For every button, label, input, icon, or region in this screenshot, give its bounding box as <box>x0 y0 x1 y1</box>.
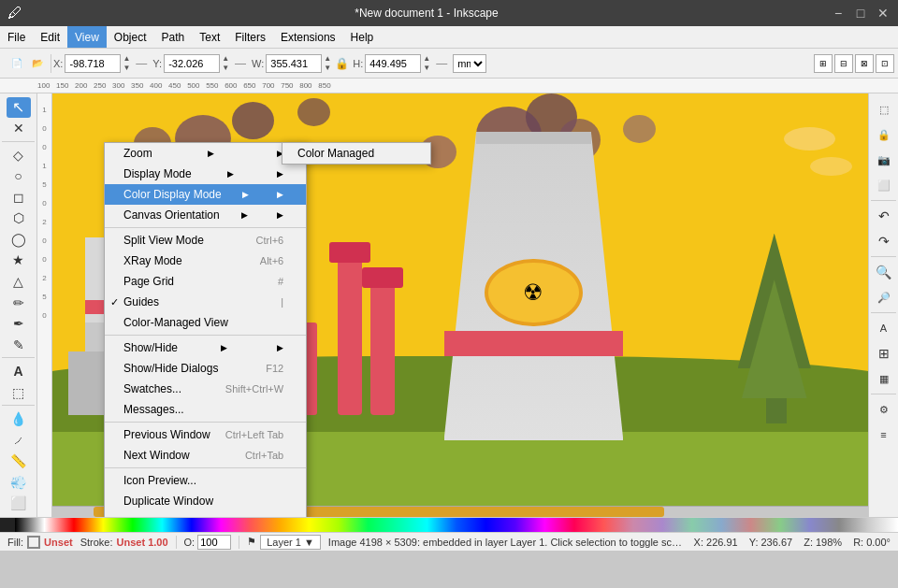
menu-page-grid[interactable]: Page Grid # <box>105 271 306 292</box>
h-down-arrow[interactable]: ▼ <box>423 64 430 73</box>
x-down-arrow[interactable]: ▼ <box>123 64 130 73</box>
color-palette[interactable] <box>0 517 898 532</box>
close-button[interactable]: ✕ <box>876 6 891 21</box>
menu-color-managed-view[interactable]: Color-Managed View <box>105 312 306 333</box>
h-up-arrow[interactable]: ▲ <box>423 54 430 64</box>
tool-3d-box[interactable]: ⬡ <box>7 208 31 229</box>
menu-show-hide-dialogs[interactable]: Show/Hide Dialogs F12 <box>105 358 306 379</box>
menu-object[interactable]: Object <box>107 26 154 48</box>
submenu-color-managed[interactable]: Color Managed <box>282 143 430 164</box>
tool-separator-1 <box>2 141 35 142</box>
x-input[interactable] <box>65 54 121 73</box>
menu-path[interactable]: Path <box>154 26 193 48</box>
tool-calligraphy[interactable]: ✎ <box>7 335 31 355</box>
menu-next-window[interactable]: Next Window Ctrl+Tab <box>105 445 306 466</box>
snap-btn-4[interactable]: ⊡ <box>876 54 894 73</box>
tool-measure[interactable]: 📏 <box>7 452 31 472</box>
tool-spray[interactable]: 💨 <box>7 472 31 493</box>
menu-view[interactable]: View <box>67 26 107 48</box>
menu-show-hide[interactable]: Show/Hide ▶ <box>105 337 306 358</box>
w-input[interactable] <box>266 54 322 73</box>
menu-color-display-mode[interactable]: Color Display Mode ▶ <box>105 184 306 205</box>
menu-messages[interactable]: Messages... <box>105 399 306 420</box>
menu-guides[interactable]: Guides | <box>105 292 306 312</box>
menu-display-mode[interactable]: Display Mode ▶ <box>105 164 306 184</box>
menu-duplicate-window[interactable]: Duplicate Window <box>105 491 306 511</box>
toolbar-document-icons: 📄 📂 <box>4 54 51 73</box>
rt-btn-zoom-out[interactable]: 🔎 <box>872 285 896 309</box>
x-coord: X: 226.91 <box>694 537 738 548</box>
rt-btn-redo[interactable]: ↷ <box>872 229 896 253</box>
palette-colors[interactable] <box>15 518 898 532</box>
h-input[interactable] <box>365 54 421 73</box>
fill-color-box[interactable] <box>27 536 40 549</box>
tool-tweak[interactable]: ◇ <box>7 145 31 165</box>
menu-help[interactable]: Help <box>343 26 382 48</box>
x-up-arrow[interactable]: ▲ <box>123 54 130 64</box>
tool-zoom[interactable]: ○ <box>7 166 31 187</box>
snap-btn-1[interactable]: ⊞ <box>814 54 833 73</box>
menu-extensions[interactable]: Extensions <box>273 26 343 48</box>
menu-prev-window[interactable]: Previous Window Ctrl+Left Tab <box>105 424 306 445</box>
palette-none[interactable] <box>0 518 15 532</box>
menu-file[interactable]: File <box>0 26 33 48</box>
tool-star[interactable]: ★ <box>7 251 31 271</box>
menu-filters[interactable]: Filters <box>227 26 273 48</box>
lock-aspect-icon[interactable]: 🔒 <box>333 57 351 70</box>
open-button[interactable]: 📂 <box>28 54 47 73</box>
tool-select[interactable]: ↖ <box>7 97 31 118</box>
y-down-arrow[interactable]: ▼ <box>222 64 229 73</box>
rt-btn-4[interactable]: ⬜ <box>872 173 896 197</box>
menu-canvas-orientation[interactable]: Canvas Orientation ▶ <box>105 205 306 225</box>
snap-btn-2[interactable]: ⊟ <box>834 54 853 73</box>
rt-btn-6[interactable]: ⊞ <box>872 341 896 366</box>
menu-text[interactable]: Text <box>192 26 227 48</box>
rt-btn-zoom-in[interactable]: 🔍 <box>872 260 896 284</box>
smoke-4 <box>297 98 330 126</box>
menu-zoom[interactable]: Zoom ▶ <box>105 143 306 164</box>
menu-split-view[interactable]: Split View Mode Ctrl+6 <box>105 230 306 251</box>
opacity-input[interactable] <box>197 535 231 550</box>
tool-connector[interactable]: ⟋ <box>7 430 31 451</box>
canvas-area[interactable]: ☢ Zoom ▶ Displa <box>52 93 868 517</box>
messages-label: Messages... <box>123 403 184 416</box>
y-input[interactable] <box>164 54 220 73</box>
rt-btn-7[interactable]: ▦ <box>872 366 896 391</box>
tool-pen[interactable]: ✒ <box>7 313 31 334</box>
layer-select[interactable]: Layer 1 ▼ <box>260 535 321 550</box>
w-label: W: <box>252 58 264 69</box>
new-button[interactable]: 📄 <box>7 54 26 73</box>
tool-rect[interactable]: ◻ <box>7 187 31 208</box>
tool-node[interactable]: ✕ <box>7 119 31 139</box>
separator-2 <box>105 335 306 336</box>
maximize-button[interactable]: □ <box>853 6 868 21</box>
tool-polygon[interactable]: △ <box>7 271 31 292</box>
menu-icon-preview[interactable]: Icon Preview... <box>105 470 306 491</box>
menu-edit[interactable]: Edit <box>33 26 67 48</box>
rt-sep-4 <box>871 394 896 394</box>
rt-btn-9[interactable]: ≡ <box>872 423 896 447</box>
w-down-arrow[interactable]: ▼ <box>324 64 331 73</box>
w-up-arrow[interactable]: ▲ <box>324 54 331 64</box>
y-up-arrow[interactable]: ▲ <box>222 54 229 64</box>
rt-btn-3[interactable]: 📷 <box>872 148 896 172</box>
menu-fullscreen[interactable]: Fullscreen F11 <box>105 511 306 517</box>
snap-btn-3[interactable]: ⊠ <box>855 54 874 73</box>
tool-dropper[interactable]: 💧 <box>7 409 31 429</box>
tool-pencil[interactable]: ✏ <box>7 293 31 313</box>
minimize-button[interactable]: − <box>831 6 846 21</box>
tool-eraser[interactable]: ⬜ <box>7 494 31 514</box>
tool-circle[interactable]: ◯ <box>7 229 31 250</box>
y-position-group: Y: ▲ ▼ <box>152 54 229 73</box>
menu-swatches[interactable]: Swatches... Shift+Ctrl+W <box>105 379 306 399</box>
rt-btn-undo[interactable]: ↶ <box>872 204 896 228</box>
rt-btn-2[interactable]: 🔒 <box>872 122 896 147</box>
rt-btn-1[interactable]: ⬚ <box>872 97 896 122</box>
title-bar: 🖊 *New document 1 - Inkscape − □ ✕ <box>0 0 898 26</box>
unit-select[interactable]: mmpxptcmin <box>453 54 486 73</box>
rt-btn-5[interactable]: A <box>872 316 896 340</box>
tool-text[interactable]: A <box>7 361 31 381</box>
tool-gradient[interactable]: ⬚ <box>7 382 31 403</box>
menu-xray[interactable]: XRay Mode Alt+6 <box>105 251 306 271</box>
rt-btn-8[interactable]: ⚙ <box>872 397 896 422</box>
